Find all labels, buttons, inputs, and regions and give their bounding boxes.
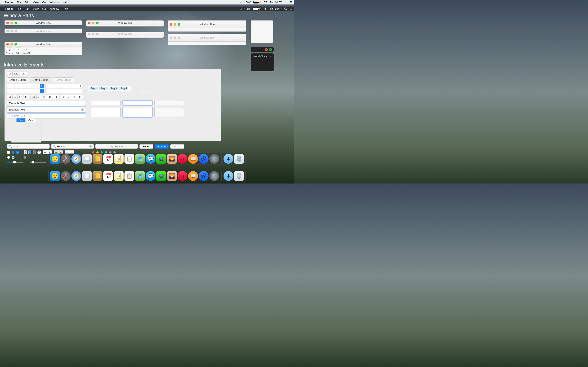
window-dialog-inactive[interactable]: Window Title: [86, 32, 164, 38]
demo-button-active[interactable]: Demo Button: [30, 77, 51, 82]
dock-app-messages[interactable]: 💬: [146, 171, 156, 181]
dock-downloads[interactable]: ⬇: [224, 171, 233, 181]
window-sheet-inactive[interactable]: Window Title: [168, 34, 246, 45]
close-icon[interactable]: [6, 30, 9, 32]
spotlight-icon[interactable]: [284, 7, 287, 10]
text-field-placeholder[interactable]: Example Text: [7, 113, 86, 118]
text-field-focused[interactable]: Example Text✕: [7, 107, 86, 112]
window-basic-inactive[interactable]: Window Title: [4, 29, 82, 33]
dock-app-messages[interactable]: 💬: [146, 154, 156, 164]
dock-app-safari[interactable]: 🧭: [71, 154, 81, 164]
zoom-icon[interactable]: [15, 22, 17, 24]
window-sheet-active[interactable]: Window Title: [168, 20, 246, 32]
checkbox-mixed[interactable]: −: [16, 151, 19, 154]
radio-off[interactable]: [7, 156, 10, 159]
popup-button-gray-2[interactable]: ▾: [45, 89, 82, 93]
wifi-icon[interactable]: [264, 8, 267, 10]
minimize-icon[interactable]: [10, 22, 13, 24]
popup-button-gray-1[interactable]: ▴▾: [45, 84, 82, 88]
menu-app[interactable]: Finder: [5, 7, 13, 10]
minimize-icon[interactable]: [10, 30, 13, 32]
stepper-active[interactable]: ▲▼: [28, 150, 31, 154]
stepper[interactable]: ▲▼: [24, 150, 27, 154]
slider-empty[interactable]: [30, 160, 46, 164]
window-borderless[interactable]: [251, 20, 273, 43]
checkbox-on[interactable]: ✓: [12, 151, 15, 154]
popup-button-blue-1[interactable]: ▴▾: [7, 84, 44, 88]
scope-seg-1[interactable]: ⊞: [7, 72, 13, 76]
notification-center-icon[interactable]: ☰: [290, 7, 292, 10]
dock-app-appstore[interactable]: Ⓐ: [199, 154, 209, 164]
dock-app-facetime[interactable]: 📹: [156, 154, 166, 164]
menu-go[interactable]: Go: [42, 1, 46, 4]
minimize-icon[interactable]: [92, 33, 95, 35]
zoom-icon[interactable]: [96, 22, 99, 24]
menu-app[interactable]: Finder: [5, 1, 13, 4]
airplay-icon[interactable]: ⎚: [240, 7, 242, 10]
clear-icon[interactable]: ✕: [81, 108, 84, 111]
dock-downloads[interactable]: ⬇: [224, 154, 233, 164]
tab-button-tab[interactable]: Tab: [17, 118, 26, 122]
menu-view[interactable]: View: [33, 1, 39, 4]
menu-help[interactable]: Help: [63, 7, 68, 10]
hamburger-icon[interactable]: ≡: [270, 55, 272, 58]
dock-app-reminders[interactable]: 📋: [125, 154, 134, 164]
zoom-icon[interactable]: [15, 43, 17, 45]
minimize-icon[interactable]: [92, 22, 95, 24]
dock-app-photos[interactable]: 🌄: [167, 171, 177, 181]
wifi-icon[interactable]: [264, 1, 267, 3]
menu-go[interactable]: Go: [42, 7, 46, 10]
tag[interactable]: Tag 4: [119, 87, 129, 90]
zoom-icon[interactable]: [96, 33, 99, 35]
toolbar-item-tabs[interactable]: ▭Tabs: [16, 47, 21, 54]
dock-app-itunes[interactable]: ♫: [178, 154, 187, 164]
push-button[interactable]: Button: [139, 144, 153, 149]
tag[interactable]: Tag 2: [99, 87, 108, 90]
window-toolbar[interactable]: Window Title ⏻General ▭Tabs ✎AutoFill: [4, 42, 82, 55]
tab-button-view[interactable]: View: [26, 118, 36, 122]
battery-icon[interactable]: ⚡: [253, 7, 261, 10]
clock-text[interactable]: Thu 01:57: [270, 7, 282, 10]
menu-window[interactable]: Window: [49, 7, 59, 10]
search-field[interactable]: 🔍Search: [7, 144, 50, 149]
view-segmented-1[interactable]: ⊞≡▯▯▮▯: [7, 95, 29, 99]
text-field[interactable]: Example Text: [7, 101, 86, 106]
text-input-small-focused[interactable]: [123, 101, 152, 105]
dock-app-launchpad[interactable]: 🚀: [61, 171, 71, 181]
dock-app-reminders[interactable]: 📋: [125, 171, 134, 181]
dock-app-ibooks[interactable]: 📖: [188, 171, 198, 181]
dock-app-mail[interactable]: ✉️: [82, 171, 92, 181]
close-icon[interactable]: [6, 22, 9, 24]
dock-app-prefs[interactable]: ⚙️: [209, 171, 219, 181]
menu-file[interactable]: File: [17, 1, 21, 4]
clear-icon[interactable]: ✕: [89, 145, 92, 148]
tag[interactable]: Tag 1: [89, 87, 98, 90]
dock-app-photos[interactable]: 🌄: [167, 154, 177, 164]
window-basic-active[interactable]: Window Title: [4, 20, 82, 25]
dock-app-facetime[interactable]: 📹: [156, 171, 166, 181]
widget-header[interactable]: −+: [251, 47, 274, 52]
battery-icon[interactable]: ⚡: [253, 1, 261, 4]
menu-help[interactable]: Help: [63, 1, 68, 4]
menu-edit[interactable]: Edit: [25, 1, 29, 4]
dock-app-itunes[interactable]: ♫: [178, 171, 187, 181]
demo-button[interactable]: Demo Button: [7, 77, 28, 82]
close-icon[interactable]: [6, 43, 9, 45]
scope-seg-2[interactable]: ⊞⊞: [13, 72, 20, 76]
clock-text[interactable]: Thu 01:57: [270, 1, 282, 4]
dock-app-finder[interactable]: 🙂: [50, 154, 60, 164]
tag[interactable]: Tag 3: [109, 87, 118, 90]
dock-app-contacts[interactable]: 📒: [93, 171, 103, 181]
widget-add-icon[interactable]: +: [269, 48, 272, 51]
dock-app-mail[interactable]: ✉️: [82, 154, 92, 164]
view-segmented-2[interactable]: ⊞≡▯▯▮▯▯▮: [31, 95, 59, 99]
push-button-default[interactable]: Button: [155, 144, 169, 149]
zoom-icon[interactable]: [15, 30, 17, 32]
window-dialog-active[interactable]: Window Title: [86, 20, 164, 26]
spotlight-icon[interactable]: [284, 1, 287, 4]
toolbar-item-general[interactable]: ⏻General: [6, 47, 13, 54]
text-area-focused[interactable]: [123, 107, 152, 117]
close-icon[interactable]: [170, 36, 172, 39]
menu-view[interactable]: View: [33, 7, 39, 10]
zoom-icon[interactable]: [178, 36, 180, 39]
